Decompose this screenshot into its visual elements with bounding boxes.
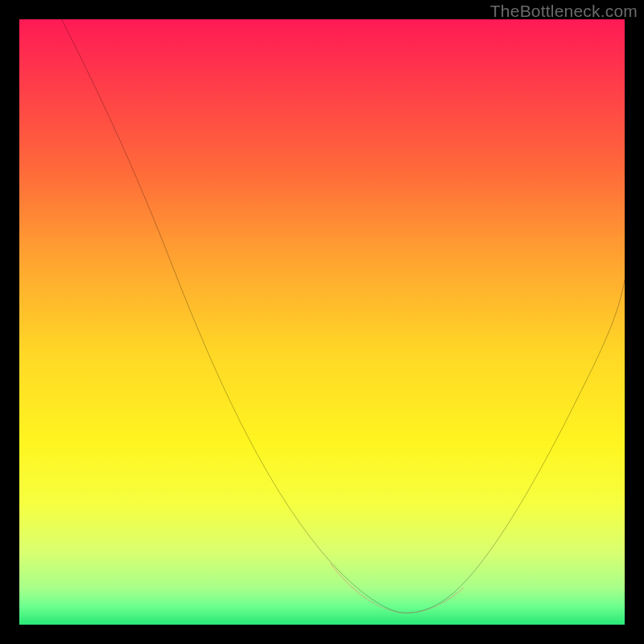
- bottleneck-chart: [19, 19, 625, 625]
- gradient-background: [19, 19, 625, 625]
- chart-frame: TheBottleneck.com: [0, 0, 644, 644]
- watermark-text: TheBottleneck.com: [490, 2, 638, 21]
